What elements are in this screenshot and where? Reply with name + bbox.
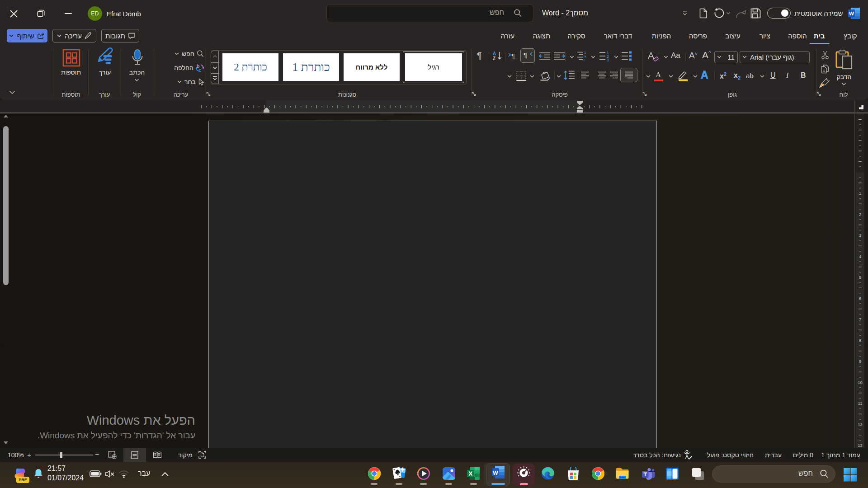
svg-text:7: 7 <box>859 317 861 322</box>
svg-text:W: W <box>849 11 854 16</box>
svg-text:2: 2 <box>859 212 861 217</box>
svg-text:c: c <box>198 67 201 72</box>
svg-text:¶: ¶ <box>524 51 527 59</box>
svg-text:9: 9 <box>859 359 861 364</box>
svg-text:3: 3 <box>859 233 861 238</box>
svg-text:W: W <box>493 470 498 476</box>
svg-text:Z: Z <box>493 56 495 61</box>
svg-text:8: 8 <box>859 338 861 343</box>
svg-text:A: A <box>493 51 496 56</box>
svg-text:5: 5 <box>859 275 861 280</box>
svg-text:10: 10 <box>858 380 862 385</box>
svg-text:¶: ¶ <box>511 52 515 60</box>
svg-text:6: 6 <box>859 296 861 301</box>
svg-text:11: 11 <box>858 401 862 406</box>
svg-text:3: 3 <box>607 58 609 62</box>
svg-text:i: i <box>584 58 585 61</box>
svg-text:1: 1 <box>859 191 861 196</box>
svg-text:12: 12 <box>858 422 862 427</box>
svg-text:13: 13 <box>858 443 862 448</box>
svg-text:4: 4 <box>859 254 861 259</box>
